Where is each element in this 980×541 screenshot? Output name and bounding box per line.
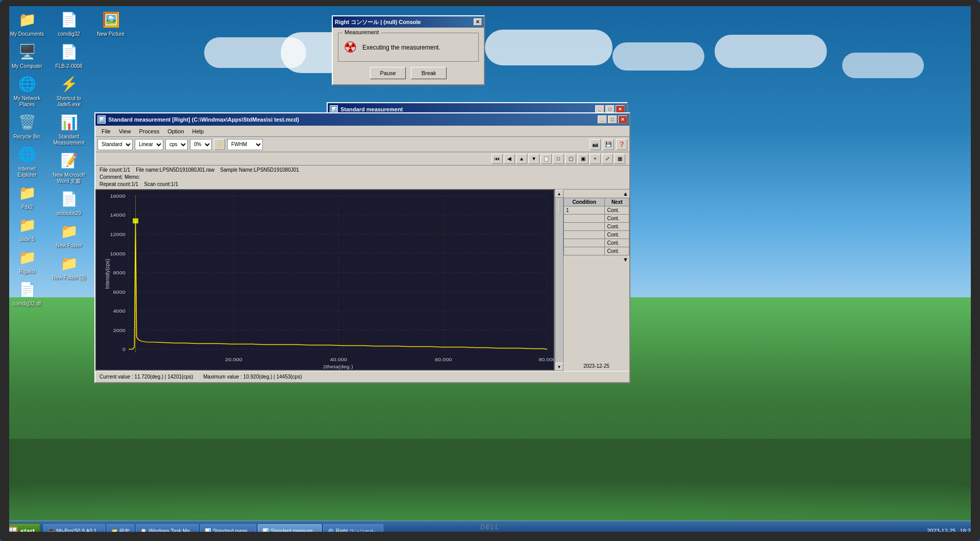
menu-file[interactable]: File — [97, 127, 115, 135]
break-button[interactable]: Break — [411, 67, 447, 79]
main-window-controls: _ □ ✕ — [598, 115, 627, 124]
nav-first-button[interactable]: ⏮ — [492, 154, 503, 164]
file-info-line3: Repeat count:1/1 Scan count:1/1 — [100, 181, 625, 188]
toolbar-btn-2[interactable]: 💾 — [603, 139, 614, 150]
nav-up-button[interactable]: ▲ — [516, 154, 527, 164]
desktop-icon-new-picture[interactable]: 🖼️ New Picture — [93, 9, 129, 37]
pdx2-icon: 📁 — [17, 182, 37, 203]
desktop-icon-comdig32-dll[interactable]: 📄 comdig32.dll — [9, 279, 45, 307]
new-folder-3-label: New Folder (3) — [52, 275, 86, 281]
nav-grid-button[interactable]: ▦ — [614, 154, 625, 164]
desktop-icon-my-network[interactable]: 🌐 My Network Places — [9, 74, 45, 108]
clock-time: 18:23 — [960, 527, 974, 534]
start-button[interactable]: 🪟 start — [2, 523, 40, 539]
condition-table: Condition Next 1 Cont. Cont. — [564, 198, 629, 255]
side-scroll-up[interactable]: ▲ — [564, 190, 629, 198]
desktop-icon-jade5[interactable]: 📁 Jade 5 — [9, 215, 45, 243]
nav-copy-button[interactable]: 📋 — [541, 154, 552, 164]
nav-expand-button[interactable]: ⤢ — [602, 154, 613, 164]
row-1-condition: Cont. — [605, 206, 629, 215]
row-3-condition: Cont. — [605, 223, 629, 231]
desktop-icon-internet-explorer[interactable]: 🌐 Internet Explorer — [9, 144, 45, 178]
menu-option[interactable]: Option — [163, 127, 188, 135]
desktop-icon-shortcut-jade5[interactable]: ⚡ Shortcut to Jade5.exe — [51, 74, 87, 108]
my-documents-label: My Documents — [10, 31, 44, 37]
new-picture-icon: 🖼️ — [101, 9, 121, 30]
desktop-icon-flb[interactable]: 📄 FLB-2-0008 — [51, 41, 87, 69]
comdig32-dll-label: comdig32.dll — [13, 301, 41, 307]
desktop-icon-pdx2[interactable]: 📁 Pdx2 — [9, 182, 45, 210]
taskbar-item-standard-meas1[interactable]: 📊 Standard meas... — [200, 524, 256, 538]
main-window-icon: 📊 — [97, 115, 106, 124]
desktop: 📁 My Documents 🖥️ My Computer 🌐 My Netwo… — [0, 0, 980, 541]
desktop-icon-my-documents[interactable]: 📁 My Documents — [9, 9, 45, 37]
desktop-icon-new-microsoft-word[interactable]: 📝 New Microsoft Word 文書 — [51, 150, 87, 184]
row-1-num: 1 — [564, 206, 605, 215]
desktop-icon-uniblobs29[interactable]: 📄 uniblobs29 — [51, 189, 87, 217]
windows-task-icon: 📋 — [140, 528, 146, 534]
nav-prev-button[interactable]: ◀ — [504, 154, 515, 164]
chart-navigation-bar: ⏮ ◀ ▲ ▼ 📋 □ ▢ ▣ + ⤢ ▦ — [95, 152, 629, 166]
taskbar-item-right-console[interactable]: ⚙️ Right コンソール... — [323, 524, 383, 538]
chart-container: 16000 14000 12000 10000 8000 6000 4000 2… — [95, 190, 629, 371]
nav-plus-button[interactable]: + — [590, 154, 601, 164]
mode-select[interactable]: Standard — [97, 139, 133, 150]
my-documents-icon: 📁 — [17, 9, 37, 30]
scrollbar-up-button[interactable]: ▲ — [555, 190, 564, 198]
scrollbar-down-button[interactable]: ▼ — [555, 363, 564, 371]
standard-meas-icon: 📊 — [59, 112, 79, 132]
scrollbar-thumb[interactable] — [559, 199, 560, 214]
menu-help[interactable]: Help — [188, 127, 208, 135]
percent-select[interactable]: 0% — [190, 139, 212, 150]
fwhm-select[interactable]: FWHM — [227, 139, 263, 150]
scale-select[interactable]: Linear — [135, 139, 163, 150]
console-dialog: Right コンソール | (null) Console ✕ Measureme… — [332, 15, 485, 85]
menu-process[interactable]: Process — [135, 127, 163, 135]
taskbar-clock: 18:23 — [960, 527, 974, 534]
desktop-icon-recycle-bin[interactable]: 🗑️ Recycle Bin — [9, 112, 45, 140]
toolbar-btn-1[interactable]: 📷 — [590, 139, 601, 150]
main-measurement-window: 📊 Standard measurement [Right] (C:\Windm… — [94, 112, 630, 383]
desktop-icon-comdig32[interactable]: 📄 comdig32 — [51, 9, 87, 37]
internet-explorer-label: Internet Explorer — [9, 166, 45, 178]
my-network-icon: 🌐 — [17, 74, 37, 94]
desktop-icon-new-folder-3[interactable]: 📁 New Folder (3) — [51, 253, 87, 281]
nb-pro-icon: 🖥️ — [48, 528, 54, 534]
menu-view[interactable]: View — [115, 127, 135, 135]
desktop-icon-new-folder[interactable]: 📁 New Folder — [51, 221, 87, 249]
toolbar-btn-help[interactable]: ❓ — [616, 139, 627, 150]
file-name: File name:LPSN5D191080J01.raw — [136, 167, 214, 173]
main-close-button[interactable]: ✕ — [618, 115, 627, 124]
row-6-condition: Cont. — [605, 247, 629, 255]
nav-square3-button[interactable]: ▣ — [577, 154, 589, 164]
toolbar-expand-button[interactable]: ⚡ — [214, 139, 225, 150]
nav-square2-button[interactable]: ▢ — [565, 154, 576, 164]
unit-select[interactable]: cps — [165, 139, 188, 150]
side-panel: ▲ Condition Next 1 Cont. — [563, 190, 629, 371]
desktop-icon-standard-meas[interactable]: 📊 Standard Measurement — [51, 112, 87, 146]
taskbar-item-study[interactable]: 📁 研究 — [107, 524, 134, 538]
side-scroll-down[interactable]: ▼ — [564, 255, 629, 264]
bg-window-title-text: Standard measurement — [340, 106, 403, 112]
taskbar-item-nb-pro[interactable]: 🖥️ Nb-Pro(S0.9,A0.1... — [43, 524, 105, 538]
study-label: 研究 — [119, 528, 130, 535]
desktop-icon-rigaku[interactable]: 📁 Rigaku — [9, 247, 45, 275]
desktop-icon-my-computer[interactable]: 🖥️ My Computer — [9, 41, 45, 69]
taskbar-item-standard-meas2[interactable]: 📊 Standard measure... — [258, 524, 322, 538]
my-network-label: My Network Places — [9, 96, 45, 108]
toolbar: Standard Linear cps 0% ⚡ FWHM 📷 💾 ❓ — [95, 137, 629, 152]
row-6-num — [564, 247, 605, 255]
new-folder-icon: 📁 — [59, 221, 79, 241]
table-row: 1 Cont. — [564, 206, 629, 215]
taskbar-item-windows-task[interactable]: 📋 Windows Task Ma... — [136, 524, 199, 538]
nav-square-button[interactable]: □ — [553, 154, 564, 164]
main-minimize-button[interactable]: _ — [598, 115, 607, 124]
main-maximize-button[interactable]: □ — [608, 115, 617, 124]
table-row: Cont. — [564, 223, 629, 231]
chart-scrollbar[interactable]: ▲ ▼ — [555, 190, 563, 371]
main-window-title-text: Standard measurement [Right] (C:\Windmax… — [108, 116, 299, 123]
nav-down-button[interactable]: ▼ — [528, 154, 540, 164]
table-row: Cont. — [564, 247, 629, 255]
console-dialog-close-button[interactable]: ✕ — [474, 18, 482, 26]
pause-button[interactable]: Pause — [370, 67, 406, 79]
